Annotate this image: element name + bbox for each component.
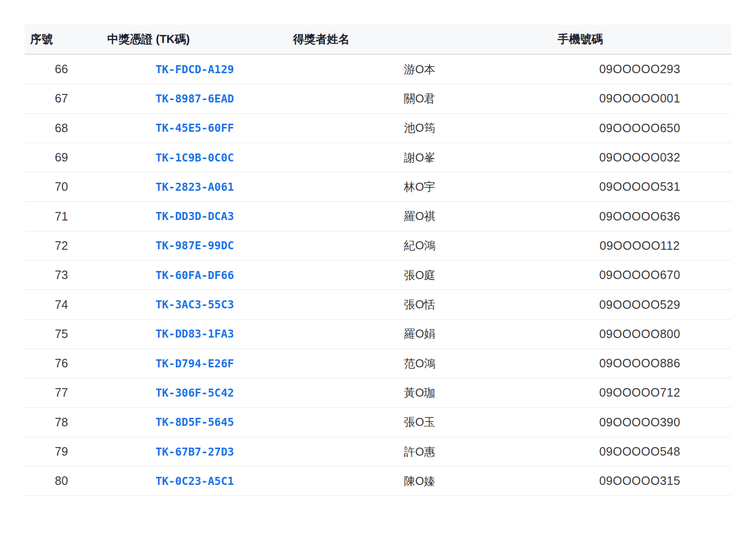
phone-cell: 09OOOOO032	[548, 151, 731, 164]
tk-code-link[interactable]: TK-67B7-27D3	[155, 446, 234, 458]
winner-name-cell: 羅O娟	[291, 326, 548, 341]
tk-code-link[interactable]: TK-DD83-1FA3	[155, 328, 234, 340]
serial-cell: 80	[25, 474, 98, 488]
serial-cell: 70	[25, 180, 98, 194]
phone-cell: 09OOOOO531	[548, 180, 731, 194]
tk-code-cell: TK-60FA-DF66	[98, 269, 291, 281]
tk-code-link[interactable]: TK-1C9B-0C0C	[155, 152, 234, 164]
tk-code-link[interactable]: TK-D794-E26F	[155, 357, 234, 370]
phone-cell: 09OOOOO390	[548, 415, 731, 429]
tk-code-cell: TK-8D5F-5645	[98, 416, 291, 428]
table-row: 78 TK-8D5F-5645 張O玉 09OOOOO390	[25, 408, 731, 437]
table-body: 66 TK-FDCD-A129 游O本 09OOOOO293 67 TK-898…	[25, 55, 731, 496]
tk-code-cell: TK-45E5-60FF	[98, 122, 291, 134]
tk-code-link[interactable]: TK-2823-A061	[155, 181, 234, 193]
table-row: 68 TK-45E5-60FF 池O筠 09OOOOO650	[25, 114, 731, 143]
tk-code-cell: TK-FDCD-A129	[98, 63, 291, 76]
tk-code-cell: TK-8987-6EAD	[98, 93, 291, 105]
table-row: 72 TK-987E-99DC 紀O鴻 09OOOOO112	[25, 231, 731, 261]
winners-list-page: 序號 中獎憑證 (TK碼) 得獎者姓名 手機號碼 66 TK-FDCD-A129…	[0, 0, 756, 534]
tk-code-link[interactable]: TK-987E-99DC	[155, 239, 234, 252]
tk-code-link[interactable]: TK-0C23-A5C1	[155, 475, 234, 487]
winner-name-cell: 關O君	[291, 91, 548, 106]
tk-code-link[interactable]: TK-FDCD-A129	[155, 63, 234, 76]
winner-name-cell: 范O鴻	[291, 356, 548, 371]
serial-cell: 69	[25, 151, 98, 164]
column-header-phone: 手機號碼	[558, 32, 731, 47]
tk-code-cell: TK-0C23-A5C1	[98, 475, 291, 487]
table-row: 73 TK-60FA-DF66 張O庭 09OOOOO670	[25, 261, 731, 290]
tk-code-link[interactable]: TK-306F-5C42	[155, 387, 234, 399]
table-row: 74 TK-3AC3-55C3 張O恬 09OOOOO529	[25, 290, 731, 319]
serial-cell: 74	[25, 298, 98, 312]
tk-code-cell: TK-DD83-1FA3	[98, 328, 291, 340]
tk-code-link[interactable]: TK-8987-6EAD	[155, 93, 234, 105]
winner-name-cell: 紀O鴻	[291, 238, 548, 253]
phone-cell: 09OOOOO670	[548, 268, 731, 282]
phone-cell: 09OOOOO712	[548, 386, 731, 399]
tk-code-cell: TK-3AC3-55C3	[98, 298, 291, 311]
phone-cell: 09OOOOO529	[548, 298, 731, 312]
serial-cell: 71	[25, 210, 98, 223]
winner-name-cell: 張O玉	[291, 415, 548, 430]
winner-name-cell: 池O筠	[291, 120, 548, 136]
tk-code-link[interactable]: TK-45E5-60FF	[155, 122, 234, 134]
winner-name-cell: 張O庭	[291, 268, 548, 283]
phone-cell: 09OOOOO636	[548, 210, 731, 223]
tk-code-link[interactable]: TK-3AC3-55C3	[155, 298, 234, 311]
phone-cell: 09OOOOO112	[548, 239, 731, 253]
phone-cell: 09OOOOO650	[548, 121, 731, 135]
serial-cell: 66	[25, 62, 98, 76]
phone-cell: 09OOOOO293	[548, 62, 731, 76]
winner-name-cell: 陳O嫀	[291, 474, 548, 489]
serial-cell: 73	[25, 268, 98, 282]
phone-cell: 09OOOOO001	[548, 92, 731, 105]
winner-name-cell: 游O本	[291, 62, 548, 77]
table-row: 79 TK-67B7-27D3 許O惠 09OOOOO548	[25, 437, 731, 466]
winner-name-cell: 謝O峯	[291, 150, 548, 165]
winner-name-cell: 許O惠	[291, 444, 548, 459]
tk-code-cell: TK-DD3D-DCA3	[98, 210, 291, 222]
table-row: 76 TK-D794-E26F 范O鴻 09OOOOO886	[25, 349, 731, 378]
serial-cell: 72	[25, 239, 98, 253]
winners-table: 序號 中獎憑證 (TK碼) 得獎者姓名 手機號碼 66 TK-FDCD-A129…	[25, 25, 731, 496]
winner-name-cell: 林O宇	[291, 179, 548, 195]
table-row: 67 TK-8987-6EAD 關O君 09OOOOO001	[25, 84, 731, 113]
tk-code-cell: TK-306F-5C42	[98, 387, 291, 399]
winner-name-cell: 羅O祺	[291, 209, 548, 224]
table-row: 71 TK-DD3D-DCA3 羅O祺 09OOOOO636	[25, 202, 731, 231]
serial-cell: 75	[25, 327, 98, 341]
table-row: 77 TK-306F-5C42 黃O珈 09OOOOO712	[25, 378, 731, 407]
serial-cell: 77	[25, 386, 98, 399]
column-header-serial: 序號	[25, 32, 107, 47]
tk-code-cell: TK-D794-E26F	[98, 357, 291, 370]
serial-cell: 79	[25, 445, 98, 458]
winner-name-cell: 張O恬	[291, 297, 548, 312]
phone-cell: 09OOOOO886	[548, 356, 731, 370]
serial-cell: 67	[25, 92, 98, 105]
tk-code-cell: TK-2823-A061	[98, 181, 291, 193]
column-header-winner-name: 得獎者姓名	[293, 32, 558, 47]
phone-cell: 09OOOOO800	[548, 327, 731, 341]
table-row: 69 TK-1C9B-0C0C 謝O峯 09OOOOO032	[25, 143, 731, 172]
serial-cell: 76	[25, 356, 98, 370]
serial-cell: 68	[25, 121, 98, 135]
table-row: 80 TK-0C23-A5C1 陳O嫀 09OOOOO315	[25, 466, 731, 496]
phone-cell: 09OOOOO315	[548, 474, 731, 488]
table-row: 66 TK-FDCD-A129 游O本 09OOOOO293	[25, 55, 731, 84]
serial-cell: 78	[25, 415, 98, 429]
tk-code-cell: TK-67B7-27D3	[98, 446, 291, 458]
table-header-row: 序號 中獎憑證 (TK碼) 得獎者姓名 手機號碼	[25, 25, 731, 55]
tk-code-cell: TK-987E-99DC	[98, 239, 291, 252]
winner-name-cell: 黃O珈	[291, 385, 548, 400]
tk-code-link[interactable]: TK-60FA-DF66	[155, 269, 234, 281]
table-row: 70 TK-2823-A061 林O宇 09OOOOO531	[25, 172, 731, 202]
column-header-tk-code: 中獎憑證 (TK碼)	[107, 32, 293, 47]
tk-code-link[interactable]: TK-8D5F-5645	[155, 416, 234, 428]
table-row: 75 TK-DD83-1FA3 羅O娟 09OOOOO800	[25, 320, 731, 349]
tk-code-link[interactable]: TK-DD3D-DCA3	[155, 210, 234, 222]
phone-cell: 09OOOOO548	[548, 445, 731, 458]
tk-code-cell: TK-1C9B-0C0C	[98, 152, 291, 164]
